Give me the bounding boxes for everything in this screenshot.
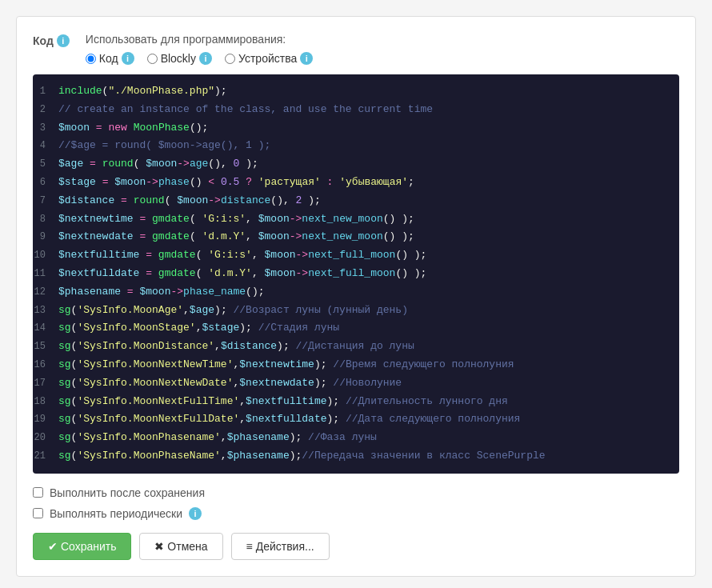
execute-periodically-checkbox[interactable] xyxy=(33,508,43,518)
code-line-14: 14 sg('SysInfo.MoonStage',$stage); //Ста… xyxy=(33,319,679,338)
code-line-5: 5 $age = round( $moon->age(), 0 ); xyxy=(33,155,679,174)
code-line-18: 18 sg('SysInfo.MoonNextFullTime',$nextfu… xyxy=(33,393,679,411)
actions-button[interactable]: ≡ Действия... xyxy=(231,533,330,560)
radio-blockly-input[interactable] xyxy=(147,54,158,64)
execute-periodically-row: Выполнять периодически i xyxy=(33,507,679,520)
radio-row: Код i Blockly i Устройства i xyxy=(86,52,313,65)
code-line-10: 10 $nextfulltime = gmdate( 'G:i:s', $moo… xyxy=(33,246,679,265)
code-line-6: 6 $stage = $moon->phase() < 0.5 ? 'расту… xyxy=(33,174,679,192)
header-row: Код i Использовать для программирования:… xyxy=(33,33,679,65)
radio-devices-item[interactable]: Устройства i xyxy=(225,52,313,65)
code-line-8: 8 $nextnewtime = gmdate( 'G:i:s', $moon-… xyxy=(33,210,679,229)
execute-periodically-label: Выполнять периодически xyxy=(50,507,182,520)
code-line-15: 15 sg('SysInfo.MoonDistance',$distance);… xyxy=(33,338,679,356)
use-for-label: Использовать для программирования: xyxy=(86,33,313,46)
code-line-2: 2 // create an instance of the class, an… xyxy=(33,101,679,119)
kod-info-icon[interactable]: i xyxy=(57,34,70,47)
code-line-9: 9 $nextnewdate = gmdate( 'd.m.Y', $moon-… xyxy=(33,228,679,246)
code-line-17: 17 sg('SysInfo.MoonNextNewDate',$nextnew… xyxy=(33,374,679,393)
code-line-3: 3 $moon = new MoonPhase(); xyxy=(33,119,679,138)
cancel-button[interactable]: ✖ Отмена xyxy=(139,533,222,560)
options-group: Использовать для программирования: Код i… xyxy=(86,33,313,65)
devices-info-icon[interactable]: i xyxy=(300,52,313,65)
kod-radio-info-icon[interactable]: i xyxy=(122,52,134,65)
button-row: ✔ Сохранить ✖ Отмена ≡ Действия... xyxy=(33,533,679,560)
code-line-1: 1 include("./MoonPhase.php"); xyxy=(33,82,679,101)
code-line-12: 12 $phasename = $moon->phase_name(); xyxy=(33,283,679,302)
save-button[interactable]: ✔ Сохранить xyxy=(33,533,131,560)
kod-label-group: Код i xyxy=(33,33,70,47)
code-line-19: 19 sg('SysInfo.MoonNextFullDate',$nextfu… xyxy=(33,410,679,429)
execute-after-save-label: Выполнить после сохранения xyxy=(50,486,205,499)
code-line-16: 16 sg('SysInfo.MoonNextNewTime',$nextnew… xyxy=(33,356,679,374)
code-line-11: 11 $nextfulldate = gmdate( 'd.m.Y', $moo… xyxy=(33,265,679,283)
main-container: Код i Использовать для программирования:… xyxy=(16,16,696,577)
radio-kod-label: Код xyxy=(99,52,118,65)
code-line-13: 13 sg('SysInfo.MoonAge',$age); //Возраст… xyxy=(33,302,679,320)
radio-devices-input[interactable] xyxy=(225,54,235,64)
blockly-info-icon[interactable]: i xyxy=(199,52,212,65)
code-line-7: 7 $distance = round( $moon->distance(), … xyxy=(33,192,679,210)
radio-blockly-item[interactable]: Blockly i xyxy=(147,52,212,65)
radio-kod-input[interactable] xyxy=(86,54,96,64)
code-line-21: 21 sg('SysInfo.MoonPhaseName',$phasename… xyxy=(33,447,679,466)
kod-label: Код xyxy=(33,34,54,47)
execute-after-save-checkbox[interactable] xyxy=(33,487,43,498)
execute-periodically-info-icon[interactable]: i xyxy=(189,507,202,520)
radio-blockly-label: Blockly xyxy=(161,52,196,65)
code-line-20: 20 sg('SysInfo.MoonPhasename',$phasename… xyxy=(33,429,679,447)
code-editor[interactable]: 1 include("./MoonPhase.php"); 2 // creat… xyxy=(33,74,679,474)
radio-devices-label: Устройства xyxy=(238,52,297,65)
code-line-4: 4 //$age = round( $moon->age(), 1 ); xyxy=(33,137,679,155)
execute-after-save-row: Выполнить после сохранения xyxy=(33,486,679,499)
radio-kod-item[interactable]: Код i xyxy=(86,52,134,65)
